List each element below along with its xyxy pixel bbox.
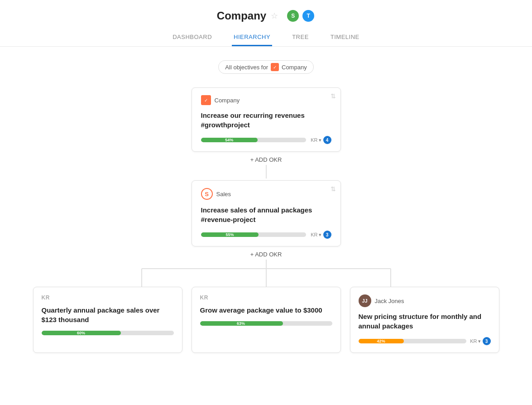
filter-icon: ✓ — [271, 63, 279, 71]
filter-label: All objectives for — [225, 64, 268, 71]
connector-1-2 — [266, 165, 267, 178]
avatar-group: S T — [286, 9, 315, 23]
scroll-icon-2: ⇅ — [331, 185, 336, 193]
nav-tabs: DASHBOARD HIERARCHY TREE TIMELINE — [171, 29, 361, 46]
okr1-kr-badge[interactable]: KR ▾ 4 — [311, 136, 331, 144]
okr2-progress-label: 55% — [225, 232, 234, 237]
filter-pill[interactable]: All objectives for ✓ Company — [218, 60, 313, 74]
kr3-progress-row: 42% KR ▾ 3 — [359, 337, 491, 345]
okr2-progress-row: 55% KR ▾ 3 — [201, 231, 331, 239]
add-okr-2[interactable]: + ADD OKR — [250, 251, 282, 258]
add-okr-1[interactable]: + ADD OKR — [250, 156, 282, 163]
okr1-progress-label: 54% — [225, 138, 233, 142]
okr1-progress-row: 54% KR ▾ 4 — [201, 136, 331, 144]
card-header-company: ✓ Company — [201, 95, 331, 105]
okr1-title: Increase our recurring revenues #growthp… — [201, 111, 331, 130]
okr2-title: Increase sales of annual packages #reven… — [201, 205, 331, 224]
card-header-sales: S Sales — [201, 188, 331, 200]
kr-text-2: KR — [311, 232, 317, 237]
kr1-progress-pct: 60% — [77, 331, 85, 335]
okr-card-company: ⇅ ✓ Company Increase our recurring reven… — [192, 87, 341, 152]
kr2-progress-pct: 63% — [237, 321, 245, 326]
kr3-kr-badge[interactable]: KR ▾ 3 — [470, 337, 490, 345]
kr1-progress-container: 60% — [42, 331, 174, 335]
level-1: ⇅ ✓ Company Increase our recurring reven… — [192, 87, 341, 163]
tab-timeline[interactable]: TIMELINE — [329, 29, 361, 46]
scroll-icon: ⇅ — [331, 92, 336, 100]
kr2-progress-container: 63% — [200, 321, 332, 326]
company-icon: ✓ — [201, 95, 211, 105]
kr3-progress-pct: 42% — [377, 339, 385, 343]
sales-group-name: Sales — [216, 191, 231, 198]
kr-text-3: KR — [470, 338, 477, 344]
kr-card-2: KR Grow average package value to $3000 6… — [192, 287, 341, 353]
sales-icon: S — [201, 188, 213, 200]
star-icon[interactable]: ☆ — [271, 11, 278, 21]
company-group-name: Company — [215, 97, 240, 104]
kr3-card-header: JJ Jack Jones — [359, 294, 491, 307]
okr1-progress-bar: 54% — [201, 138, 258, 142]
kr3-kr-count: 3 — [483, 337, 491, 345]
filter-group: Company — [282, 64, 307, 71]
avatar-t: T — [302, 9, 315, 23]
kr-cards-row: KR Quarterly annual package sales over $… — [19, 287, 513, 353]
add-okr-1-label: + ADD OKR — [250, 156, 282, 163]
okr-card-sales: ⇅ S Sales Increase sales of annual packa… — [192, 180, 341, 246]
tab-tree[interactable]: TREE — [290, 29, 311, 46]
app-header: Company ☆ S T DASHBOARD HIERARCHY TREE T… — [0, 0, 532, 47]
kr-title-2: Grow average package value to $3000 — [200, 305, 332, 315]
jack-avatar: JJ — [359, 294, 371, 307]
tab-dashboard[interactable]: DASHBOARD — [171, 29, 214, 46]
add-okr-2-label: + ADD OKR — [250, 251, 282, 258]
okr1-kr-count: 4 — [323, 136, 331, 144]
connector-svg — [99, 260, 434, 287]
connector-wide — [99, 260, 434, 287]
okr-tree: ⇅ ✓ Company Increase our recurring reven… — [0, 87, 532, 353]
main-content: All objectives for ✓ Company ⇅ ✓ Company… — [0, 47, 532, 371]
kr-label-2: KR — [200, 294, 332, 301]
page-title: Company — [217, 10, 266, 22]
kr-text: KR — [311, 137, 317, 143]
kr-title-3: New pricing structure for monthly and an… — [359, 312, 491, 331]
level-2: ⇅ S Sales Increase sales of annual packa… — [192, 180, 341, 258]
tab-hierarchy[interactable]: HIERARCHY — [232, 29, 272, 46]
okr2-progress-bar: 55% — [201, 232, 259, 237]
kr-card-3: JJ Jack Jones New pricing structure for … — [350, 287, 499, 353]
kr-card-1: KR Quarterly annual package sales over $… — [33, 287, 182, 353]
header-top: Company ☆ S T — [217, 9, 315, 23]
okr2-kr-count: 3 — [323, 231, 331, 239]
kr3-progress-container: 42% — [359, 339, 467, 343]
avatar-s: S — [286, 9, 300, 23]
okr2-kr-badge[interactable]: KR ▾ 3 — [311, 231, 331, 239]
jack-name: Jack Jones — [375, 298, 404, 304]
kr-label-1: KR — [42, 294, 174, 301]
kr-title-1: Quarterly annual package sales over $123… — [42, 305, 174, 324]
